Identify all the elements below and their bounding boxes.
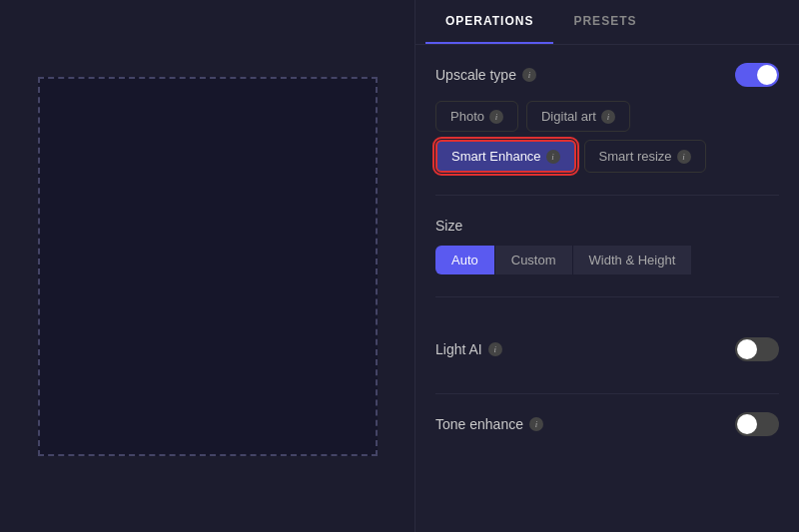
tone-enhance-section: Tone enhance i	[435, 394, 779, 468]
tone-enhance-toggle[interactable]	[735, 412, 779, 436]
smart-enhance-info-icon[interactable]: i	[546, 150, 560, 164]
light-ai-header: Light AI i	[435, 337, 779, 361]
upscale-type-label: Upscale type i	[435, 67, 536, 83]
light-ai-toggle[interactable]	[735, 337, 779, 361]
right-panel: OPERATIONS PRESETS Upscale type i Photo …	[414, 0, 799, 532]
upscale-type-smart-resize-btn[interactable]: Smart resize i	[584, 140, 706, 173]
upscale-type-row1: Photo i Digital art i	[435, 101, 779, 132]
upscale-type-photo-btn[interactable]: Photo i	[435, 101, 518, 132]
tab-presets[interactable]: PRESETS	[553, 0, 656, 44]
light-ai-label: Light AI i	[435, 341, 502, 357]
tone-enhance-info-icon[interactable]: i	[529, 417, 543, 431]
size-width-height-btn[interactable]: Width & Height	[573, 246, 692, 274]
light-ai-info-icon[interactable]: i	[488, 342, 502, 356]
size-custom-btn[interactable]: Custom	[495, 246, 573, 274]
canvas-area	[0, 0, 414, 532]
upscale-type-digital-art-btn[interactable]: Digital art i	[526, 101, 630, 132]
size-auto-btn[interactable]: Auto	[435, 246, 495, 274]
size-section: Size Auto Custom Width & Height	[435, 218, 779, 297]
upscale-type-smart-enhance-btn[interactable]: Smart Enhance i	[435, 140, 576, 173]
panel-content: Upscale type i Photo i Digital art i	[415, 45, 799, 532]
tabs-bar: OPERATIONS PRESETS	[415, 0, 799, 45]
photo-info-icon[interactable]: i	[489, 110, 503, 124]
digital-art-info-icon[interactable]: i	[601, 110, 615, 124]
canvas-placeholder	[38, 77, 378, 456]
upscale-type-row2: Smart Enhance i Smart resize i	[435, 140, 779, 173]
size-button-row: Auto Custom Width & Height	[435, 246, 779, 274]
light-ai-section: Light AI i	[435, 319, 779, 394]
upscale-type-header: Upscale type i	[435, 63, 779, 87]
upscale-type-info-icon[interactable]: i	[522, 68, 536, 82]
smart-resize-info-icon[interactable]: i	[677, 150, 691, 164]
size-label: Size	[435, 218, 779, 234]
tone-enhance-label: Tone enhance i	[435, 416, 543, 432]
upscale-type-toggle[interactable]	[735, 63, 779, 87]
tab-operations[interactable]: OPERATIONS	[425, 0, 553, 44]
tone-enhance-header: Tone enhance i	[435, 412, 779, 436]
upscale-type-section: Upscale type i Photo i Digital art i	[435, 63, 779, 196]
